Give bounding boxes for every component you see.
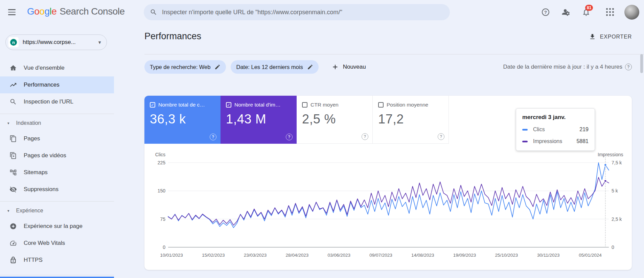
sidebar-item-https[interactable]: HTTPS	[0, 252, 114, 269]
product-name: Search Console	[60, 6, 124, 17]
metric-help-icon[interactable]: ?	[362, 133, 368, 140]
sidebar-item-inspection-de-l-url[interactable]: Inspection de l'URL	[0, 93, 114, 110]
tooltip-series-label: Clics	[533, 126, 545, 133]
search-icon	[150, 8, 157, 16]
help-icon[interactable]: ?	[541, 8, 550, 17]
svg-text:75: 75	[160, 216, 165, 222]
sidebar-item-label: Pages	[24, 135, 40, 142]
filter-chip[interactable]: Date: Les 12 derniers mois	[231, 60, 318, 74]
sidebar-item-pages[interactable]: Pages	[0, 130, 114, 147]
series-dash-icon	[522, 141, 528, 142]
svg-text:Impressions: Impressions	[598, 152, 623, 157]
sidebar-section-header-indexation[interactable]: ▾Indexation	[0, 116, 114, 130]
export-button[interactable]: EXPORTER	[589, 33, 632, 40]
sidebar-divider	[0, 275, 114, 275]
metric-label: Position moyenne	[387, 102, 428, 108]
notifications-count-badge: 81	[585, 5, 593, 11]
metric-help-icon[interactable]: ?	[286, 134, 293, 140]
search-input[interactable]	[162, 9, 444, 16]
checked-checkbox[interactable]: ✓	[226, 102, 231, 108]
metric-cards: ✓Nombre total de c…36,3 k?✓Nombre total …	[144, 96, 449, 144]
sidebar-item-vue-d-ensemble[interactable]: Vue d'ensemble	[0, 60, 114, 76]
sidebar-item-performances[interactable]: Performances	[0, 76, 114, 93]
google-wordmark: Google	[27, 6, 56, 17]
new-filter-button[interactable]: Nouveau	[331, 63, 366, 71]
tooltip-series-value: 5881	[576, 138, 589, 144]
svg-text:150: 150	[158, 188, 166, 193]
svg-text:2,5 k: 2,5 k	[612, 216, 622, 222]
plus-icon	[331, 63, 339, 71]
metric-value: 2,5 %	[302, 112, 367, 126]
chevron-down-icon: ▼	[97, 40, 102, 45]
filter-chip[interactable]: Type de recherche: Web	[144, 60, 226, 74]
hamburger-menu-icon[interactable]	[8, 8, 17, 17]
performance-chart[interactable]: 2257,5 k1505 k752,5 k00ClicsImpressions1…	[144, 152, 632, 268]
logo-letter: e	[51, 6, 56, 17]
last-update-status: Date de la dernière mise à jour : il y a…	[503, 64, 632, 70]
metric-card-4[interactable]: Position moyenne17,2?	[373, 96, 449, 144]
video-pages-icon	[9, 152, 17, 159]
svg-text:Clics: Clics	[155, 152, 165, 157]
sidebar-section: Vue d'ensemblePerformancesInspection de …	[0, 59, 114, 111]
sidebar-item-core-web-vitals[interactable]: Core Web Vitals	[0, 235, 114, 252]
metric-card-3[interactable]: CTR moyen2,5 %?	[297, 96, 373, 144]
unchecked-checkbox[interactable]	[302, 102, 307, 108]
sidebar-item-sitemaps[interactable]: Sitemaps	[0, 164, 114, 181]
tooltip-row: Clics219	[522, 126, 589, 133]
page-experience-icon	[9, 223, 17, 230]
tooltip-series-value: 219	[579, 126, 589, 133]
unchecked-checkbox[interactable]	[378, 102, 384, 108]
logo-letter: g	[44, 6, 49, 17]
metric-help-icon[interactable]: ?	[438, 133, 444, 140]
logo-letter: o	[39, 6, 44, 17]
metric-card-2[interactable]: ✓Nombre total d'im…1,43 M?	[221, 96, 297, 144]
filter-chip-label: Type de recherche: Web	[150, 64, 210, 70]
main-content: Performances EXPORTER Type de recherche:…	[114, 24, 644, 278]
chart-tooltip: mercredi 3 janv. Clics219Impressions5881	[516, 108, 595, 151]
logo-letter: o	[34, 6, 39, 17]
property-selector[interactable]: n https://www.corpse... ▼	[5, 34, 107, 50]
svg-text:0: 0	[163, 245, 165, 250]
tooltip-row: Impressions5881	[522, 138, 589, 144]
logo-letter: G	[27, 6, 34, 17]
svg-text:30/11/2023: 30/11/2023	[537, 253, 560, 258]
series-line-clics	[168, 163, 609, 228]
sidebar-item-pages-de-vid-os[interactable]: Pages de vidéos	[0, 147, 114, 164]
svg-text:5 k: 5 k	[612, 188, 618, 193]
edit-pencil-icon	[214, 64, 221, 70]
https-icon	[9, 256, 17, 264]
property-label: https://www.corpse...	[23, 39, 97, 46]
metric-value: 36,3 k	[150, 112, 215, 126]
scrollbar[interactable]	[640, 54, 643, 73]
series-dash-icon	[522, 129, 528, 131]
section-header-label: Expérience	[16, 208, 43, 214]
notifications-bell-icon[interactable]: 81	[582, 8, 591, 17]
metric-value: 17,2	[378, 112, 443, 126]
help-circle-icon[interactable]: ?	[625, 64, 632, 70]
sidebar-section: ▾ExpérienceExpérience sur la pageCore We…	[0, 201, 114, 269]
google-search-console-app: Google Search Console ? 81 n https://w	[0, 0, 644, 278]
svg-text:225: 225	[158, 160, 166, 165]
user-settings-icon[interactable]	[561, 8, 570, 17]
metric-card-1[interactable]: ✓Nombre total de c…36,3 k?	[144, 96, 221, 144]
sidebar-item-label: Vue d'ensemble	[24, 65, 65, 71]
account-avatar[interactable]	[624, 5, 639, 20]
sidebar-item-exp-rience-sur-la-page[interactable]: Expérience sur la page	[0, 218, 114, 235]
sidebar-section-header-expérience[interactable]: ▾Expérience	[0, 204, 114, 218]
google-apps-grid-icon[interactable]	[606, 8, 614, 16]
core-web-vitals-icon	[9, 239, 17, 247]
tooltip-series-label: Impressions	[533, 138, 562, 144]
checked-checkbox[interactable]: ✓	[150, 102, 155, 108]
sidebar-nav: Vue d'ensemblePerformancesInspection de …	[0, 59, 114, 269]
edit-pencil-icon	[307, 64, 313, 70]
url-inspection-searchbar[interactable]	[144, 4, 450, 20]
metric-help-icon[interactable]: ?	[210, 134, 216, 140]
sidebar-item-label: Suppressions	[24, 186, 59, 193]
title-divider	[144, 54, 644, 54]
sidebar-item-suppressions[interactable]: Suppressions	[0, 181, 114, 198]
sitemaps-icon	[9, 169, 17, 176]
metric-label: Nombre total de c…	[158, 102, 205, 108]
removals-icon	[9, 186, 17, 193]
collapse-triangle-icon: ▾	[7, 121, 9, 125]
sidebar-item-label: Expérience sur la page	[24, 223, 83, 230]
